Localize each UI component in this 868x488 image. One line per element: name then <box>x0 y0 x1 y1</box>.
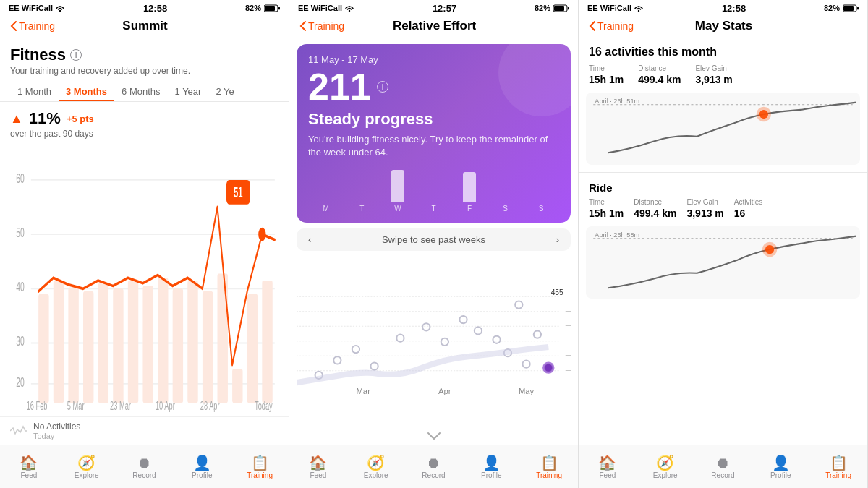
svg-point-64 <box>493 336 500 343</box>
svg-point-63 <box>475 328 482 335</box>
status-left-1: EE WiFiCall <box>9 4 65 12</box>
battery-icon-3 <box>843 4 859 12</box>
tab-profile-3[interactable]: 👤 Profile <box>752 448 809 487</box>
svg-rect-22 <box>158 278 168 403</box>
training-icon-1: 📋 <box>251 455 269 470</box>
svg-rect-42 <box>568 7 569 9</box>
nav-header-1: Training Summit <box>0 14 289 38</box>
chevron-left-3 <box>589 20 596 32</box>
week-bar-W: W <box>391 170 404 213</box>
fitness-header: Fitness i Your training and recovery add… <box>0 38 289 79</box>
tab-record-3[interactable]: ⏺ Record <box>694 448 752 487</box>
tab-profile-2[interactable]: 👤 Profile <box>462 448 520 487</box>
tab-3months[interactable]: 3 Months <box>59 83 114 101</box>
time-3: 12:58 <box>722 3 746 14</box>
svg-text:51: 51 <box>234 184 243 202</box>
svg-point-56 <box>333 357 341 364</box>
tab-feed-3[interactable]: 🏠 Feed <box>579 448 637 487</box>
ride-stat-distance: Distance 499.4 km <box>634 198 676 219</box>
svg-rect-77 <box>843 6 854 11</box>
time-2: 12:57 <box>433 3 456 14</box>
svg-text:16 Feb: 16 Feb <box>27 399 48 413</box>
activity-label: No Activities <box>33 421 80 432</box>
svg-point-82 <box>757 107 771 121</box>
svg-point-0 <box>59 10 61 12</box>
content-1: Fitness i Your training and recovery add… <box>0 38 289 445</box>
swipe-label: Swipe to see past weeks <box>382 234 485 245</box>
svg-rect-78 <box>857 7 859 9</box>
tab-training-3[interactable]: 📋 Training <box>809 448 867 487</box>
svg-text:April · 25h 58m: April · 25h 58m <box>595 231 639 239</box>
tab-training-2[interactable]: 📋 Training <box>520 448 578 487</box>
summary-heading: 16 activities this month <box>589 46 857 59</box>
pts-value: +5 pts <box>67 114 94 124</box>
svg-rect-25 <box>203 291 213 403</box>
tab-1month[interactable]: 1 Month <box>10 83 59 101</box>
tab-feed-1[interactable]: 🏠 Feed <box>0 448 58 487</box>
tab-explore-2[interactable]: 🧭 Explore <box>347 448 405 487</box>
stat-elev: Elev Gain 3,913 m <box>695 64 732 85</box>
chevron-down-icon <box>427 432 441 440</box>
swipe-bar[interactable]: ‹ Swipe to see past weeks › <box>297 228 571 251</box>
battery-pct-1: 82% <box>245 4 261 12</box>
tab-profile-1[interactable]: 👤 Profile <box>173 448 231 487</box>
chevron-left-2 <box>299 20 307 32</box>
svg-rect-28 <box>247 294 258 403</box>
arrow-up-icon: ▲ <box>10 111 23 127</box>
explore-label-3: Explore <box>653 471 678 479</box>
status-bar-3: EE WiFiCall 12:58 82% <box>579 0 867 14</box>
screen-title-1: Summit <box>122 19 167 33</box>
tab-6months[interactable]: 6 Months <box>114 83 167 101</box>
pct-value: 11% <box>29 109 61 128</box>
stat-time-value: 15h 1m <box>589 74 624 85</box>
svg-text:20: 20 <box>16 374 24 389</box>
wifi-icon-3 <box>634 4 644 12</box>
tab-feed-2[interactable]: 🏠 Feed <box>289 448 347 487</box>
content-2: 11 May - 17 May 211 i Steady progress Yo… <box>289 38 578 445</box>
tab-2ye[interactable]: 2 Ye <box>208 83 241 101</box>
feed-label-3: Feed <box>600 471 616 479</box>
back-button-1[interactable]: Training <box>10 20 55 32</box>
tab-training-1[interactable]: 📋 Training <box>231 448 289 487</box>
back-label-3: Training <box>597 20 634 32</box>
screen-summit: EE WiFiCall 12:58 82% Training Summit <box>0 0 289 488</box>
period-tabs: 1 Month 3 Months 6 Months 1 Year 2 Ye <box>0 79 289 102</box>
svg-text:May: May <box>519 387 535 395</box>
training-icon-2: 📋 <box>540 455 558 470</box>
info-icon-2[interactable]: i <box>377 81 388 93</box>
summary-chart-svg: April · 26h 51m <box>586 93 860 165</box>
stat-distance: Distance 499.4 km <box>638 64 681 85</box>
info-icon-1[interactable]: i <box>70 49 82 61</box>
svg-text:Today: Today <box>255 399 273 413</box>
training-label-1: Training <box>247 471 273 479</box>
record-label-3: Record <box>711 471 734 479</box>
record-label-1: Record <box>132 471 156 479</box>
explore-label-2: Explore <box>364 471 388 479</box>
svg-text:28 Apr: 28 Apr <box>200 399 220 413</box>
tab-1year[interactable]: 1 Year <box>168 83 209 101</box>
carrier-2: EE WiFiCall <box>298 4 342 12</box>
back-button-3[interactable]: Training <box>589 20 634 32</box>
relative-effort-card: 11 May - 17 May 211 i Steady progress Yo… <box>297 44 571 223</box>
fitness-subtitle: Your training and recovery added up over… <box>10 66 278 76</box>
svg-rect-24 <box>187 281 197 403</box>
tab-explore-1[interactable]: 🧭 Explore <box>58 448 116 487</box>
tab-record-1[interactable]: ⏺ Record <box>116 448 174 487</box>
svg-text:Mar: Mar <box>357 387 371 395</box>
record-icon-2: ⏺ <box>426 455 441 470</box>
svg-text:30: 30 <box>16 333 24 348</box>
wifi-icon-2 <box>344 4 354 12</box>
feed-label-2: Feed <box>310 471 327 479</box>
swipe-left-arrow: ‹ <box>308 234 311 245</box>
section-divider <box>579 172 867 173</box>
screen-title-3: May Stats <box>695 19 752 33</box>
tab-record-2[interactable]: ⏺ Record <box>405 448 463 487</box>
tab-explore-3[interactable]: 🧭 Explore <box>637 448 694 487</box>
ride-elev-label: Elev Gain <box>686 198 723 206</box>
back-button-2[interactable]: Training <box>299 20 344 32</box>
week-bar-F: F <box>463 172 476 213</box>
tab-bar-3: 🏠 Feed 🧭 Explore ⏺ Record 👤 Profile 📋 Tr… <box>579 445 867 488</box>
stat-dist-value: 499.4 km <box>638 74 681 85</box>
svg-rect-20 <box>128 281 138 403</box>
ride-section: Ride Time 15h 1m Distance 499.4 km Elev … <box>579 176 867 226</box>
